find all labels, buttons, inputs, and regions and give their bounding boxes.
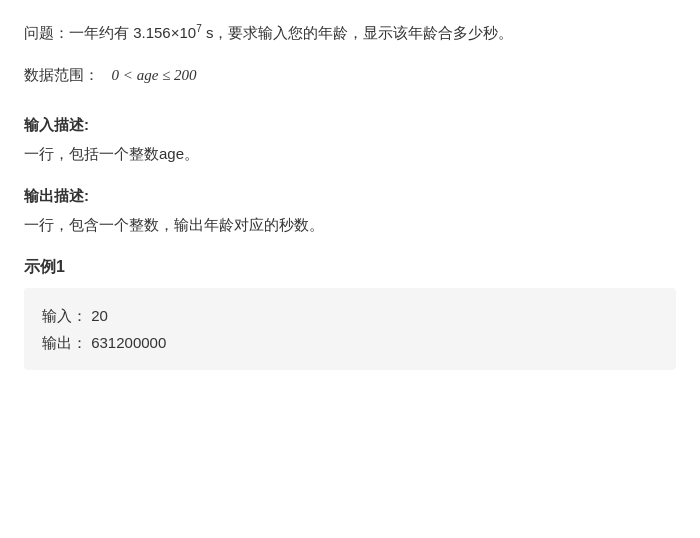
example-box: 输入： 20 输出： 631200000 bbox=[24, 288, 676, 370]
output-title: 输出描述: bbox=[24, 187, 676, 206]
example-input-label: 输入： bbox=[42, 307, 87, 324]
example-input-value: 20 bbox=[91, 307, 108, 324]
example-input-line: 输入： 20 bbox=[42, 302, 658, 329]
problem-text-suffix: s，要求输入您的年龄，显示该年龄合多少秒。 bbox=[202, 24, 514, 41]
example-title: 示例1 bbox=[24, 257, 676, 278]
input-section: 输入描述: 一行，包括一个整数age。 bbox=[24, 116, 676, 167]
example-section: 示例1 输入： 20 输出： 631200000 bbox=[24, 257, 676, 370]
example-output-value: 631200000 bbox=[91, 334, 166, 351]
output-content: 一行，包含一个整数，输出年龄对应的秒数。 bbox=[24, 212, 676, 238]
data-range-formula: 0 < age ≤ 200 bbox=[112, 67, 197, 83]
problem-text-prefix: 问题：一年约有 3.156×10 bbox=[24, 24, 196, 41]
example-output-line: 输出： 631200000 bbox=[42, 329, 658, 356]
data-range: 数据范围： 0 < age ≤ 200 bbox=[24, 62, 676, 89]
problem-statement: 问题：一年约有 3.156×107 s，要求输入您的年龄，显示该年龄合多少秒。 bbox=[24, 20, 676, 46]
input-title: 输入描述: bbox=[24, 116, 676, 135]
data-range-label: 数据范围： bbox=[24, 66, 99, 83]
input-content: 一行，包括一个整数age。 bbox=[24, 141, 676, 167]
output-section: 输出描述: 一行，包含一个整数，输出年龄对应的秒数。 bbox=[24, 187, 676, 238]
example-output-label: 输出： bbox=[42, 334, 87, 351]
